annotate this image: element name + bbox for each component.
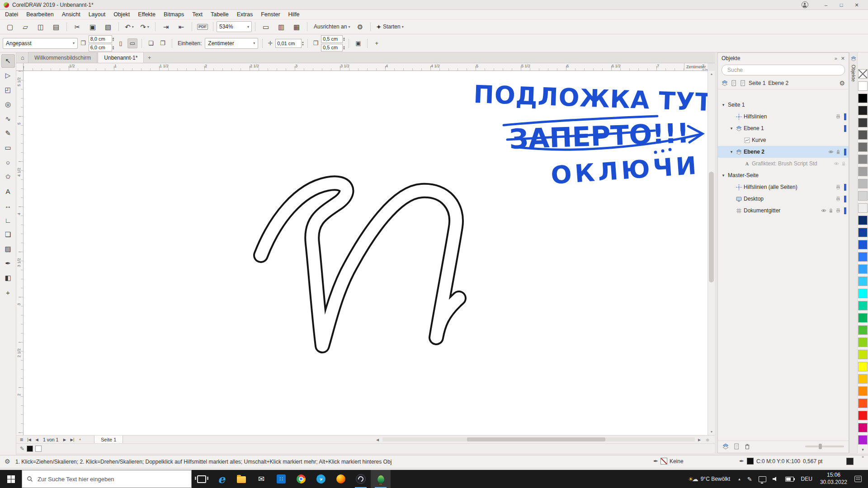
publish-pdf-button[interactable]: PDF <box>195 21 210 32</box>
layer-color-bar[interactable] <box>844 184 846 191</box>
layer-row-grafiktext-brush-script-std[interactable]: Grafiktext: Brush Script Std <box>718 158 849 169</box>
undo-button[interactable]: ↶▾ <box>122 21 137 32</box>
palette-scroll-down-icon[interactable]: ▾ <box>862 447 864 452</box>
landscape-button[interactable]: ▭ <box>127 38 137 48</box>
scroll-down-icon[interactable]: ▼ <box>708 429 715 435</box>
connector-tool-button[interactable]: ∟ <box>1 213 15 227</box>
options-button[interactable]: ⚙ <box>353 21 367 32</box>
color-swatch[interactable] <box>858 228 868 237</box>
no-color-swatch[interactable] <box>858 69 868 79</box>
menu-hilfe[interactable]: Hilfe <box>284 10 304 19</box>
dimension-tool-button[interactable]: ↔ <box>1 199 15 212</box>
drawing-canvas[interactable]: ПОДЛОЖКА ТУТ ЗАПЕРТО!!! ОКЛЮЧИ <box>24 71 708 435</box>
lock-icon[interactable] <box>841 161 846 166</box>
task-view-button[interactable] <box>192 470 212 488</box>
nudge-spinner[interactable] <box>302 41 303 46</box>
color-swatch[interactable] <box>858 240 868 249</box>
color-swatch[interactable] <box>858 142 868 152</box>
curve-object[interactable] <box>261 183 459 346</box>
layer-row-desktop[interactable]: Desktop <box>718 193 849 205</box>
show-rulers-button[interactable]: ▥ <box>274 21 288 32</box>
color-swatch[interactable] <box>858 155 868 164</box>
paste-button[interactable]: ▧ <box>101 21 115 32</box>
zoom-level-combo[interactable]: 534%▾ <box>217 21 252 32</box>
eyedropper-icon[interactable]: ✎ <box>20 446 24 452</box>
taskbar-app-firefox[interactable] <box>331 470 351 488</box>
polygon-tool-button[interactable]: ✩ <box>1 170 15 183</box>
layer-color-bar[interactable] <box>844 207 846 214</box>
taskbar-app-mail[interactable]: ✉ <box>251 470 271 488</box>
thumbnail-size-slider[interactable] <box>805 446 844 447</box>
palette-flyout-icon[interactable]: » <box>862 455 864 459</box>
taskbar-app-edge[interactable]: e <box>212 470 231 488</box>
printer-icon[interactable] <box>835 184 841 190</box>
current-layer-label[interactable]: Ebene 2 <box>768 80 788 86</box>
taskbar-app-coreldraw[interactable] <box>371 470 391 488</box>
horizontal-ruler[interactable]: Zentimeter 1/211 1/222 1/233 1/244 1/255… <box>24 63 708 71</box>
horizontal-scroll-thumb[interactable] <box>467 437 605 441</box>
maximize-button[interactable]: □ <box>834 0 849 10</box>
docker-gear-icon[interactable]: ⚙ <box>839 80 845 87</box>
language-indicator[interactable]: DEU <box>797 476 816 482</box>
color-swatch[interactable] <box>858 350 868 359</box>
document-palette-swatch[interactable] <box>27 446 33 452</box>
docker-collapse-icon[interactable]: » <box>835 56 837 61</box>
vertical-ruler[interactable]: 5 1/254 1/243 1/232 1/22 <box>16 71 24 435</box>
layer-row-hilfslinien-alle-seiten[interactable]: Hilfslinien (alle Seiten) <box>718 181 849 193</box>
volume-icon[interactable] <box>769 476 782 482</box>
start-button[interactable] <box>0 470 22 488</box>
layer-row-dokumentgitter[interactable]: Dokumentgitter <box>718 205 849 216</box>
more-tools-tool-button[interactable]: + <box>1 286 15 299</box>
new-document-button[interactable]: ▢ <box>3 21 17 32</box>
new-tab-button[interactable]: + <box>144 52 154 63</box>
color-swatch[interactable] <box>858 289 868 298</box>
hidden-icons-chevron[interactable]: ▴ <box>735 477 744 481</box>
vertical-scroll-thumb[interactable] <box>709 172 714 282</box>
copy-button[interactable]: ▣ <box>85 21 100 32</box>
next-page-button[interactable]: ▶ <box>61 436 68 443</box>
add-page-button[interactable]: + <box>76 436 83 443</box>
docker-close-icon[interactable]: ✕ <box>841 56 845 61</box>
drop-shadow-tool-button[interactable]: ❏ <box>1 228 15 241</box>
current-page-label[interactable]: Seite 1 <box>749 80 765 86</box>
freehand-tool-button[interactable]: ∿ <box>1 112 15 126</box>
network-icon[interactable] <box>755 476 769 482</box>
import-button[interactable]: ⇥ <box>159 21 173 32</box>
menu-ansicht[interactable]: Ansicht <box>58 10 85 19</box>
taskbar-search-input[interactable] <box>37 475 187 483</box>
save-button[interactable]: ◫ <box>33 21 48 32</box>
zoom-tool-button[interactable]: ◎ <box>1 98 15 111</box>
portrait-button[interactable]: ▯ <box>116 38 126 48</box>
taskbar-app-chrome[interactable] <box>291 470 311 488</box>
eye-icon[interactable] <box>821 208 826 213</box>
layer-color-bar[interactable] <box>844 196 846 202</box>
menu-fenster[interactable]: Fenster <box>257 10 284 19</box>
first-page-button[interactable]: |◀ <box>26 436 33 443</box>
scroll-right-icon[interactable]: ▶ <box>696 436 703 443</box>
color-swatch[interactable] <box>858 435 868 445</box>
slider-thumb[interactable] <box>819 444 822 449</box>
page-height-spinner[interactable] <box>113 45 114 50</box>
pick-tool-button[interactable]: ↖ <box>1 54 15 68</box>
layer-color-bar[interactable] <box>844 149 846 155</box>
color-swatch[interactable] <box>858 106 868 115</box>
objects-docker-tab-icon[interactable] <box>851 56 856 61</box>
taskbar-app-telegram[interactable]: ➤ <box>311 470 331 488</box>
color-swatch[interactable] <box>858 264 868 274</box>
color-swatch[interactable] <box>858 81 868 91</box>
layer-row-master-seite[interactable]: ▾Master-Seite <box>718 169 849 181</box>
new-layer-button[interactable] <box>722 443 729 450</box>
crop-tool-button[interactable]: ◰ <box>1 83 15 97</box>
layer-row-ebene-2[interactable]: ▾Ebene 2 <box>718 146 849 158</box>
menu-bearbeiten[interactable]: Bearbeiten <box>22 10 57 19</box>
vertical-scrollbar[interactable]: ▲ ▼ <box>708 71 715 435</box>
color-swatch[interactable] <box>858 216 868 225</box>
taskbar-app-obs[interactable] <box>351 470 371 488</box>
taskbar-app-explorer[interactable] <box>231 470 251 488</box>
scroll-up-icon[interactable]: ▲ <box>708 71 715 77</box>
redo-button[interactable]: ↷▾ <box>137 21 152 32</box>
color-swatch[interactable] <box>858 167 868 176</box>
minimize-button[interactable]: – <box>818 0 834 10</box>
scroll-left-icon[interactable]: ◀ <box>374 436 381 443</box>
color-swatch[interactable] <box>858 362 868 371</box>
